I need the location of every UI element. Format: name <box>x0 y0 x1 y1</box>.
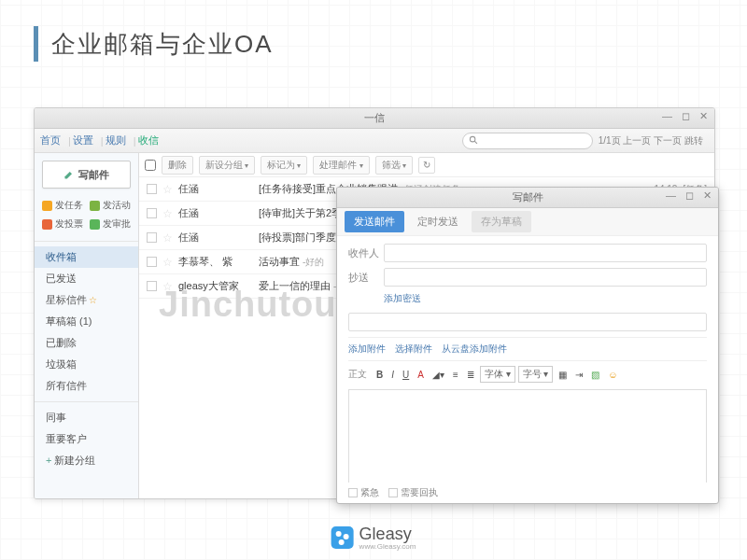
mail-sender: 李慕琴、 紫 <box>178 255 253 269</box>
star-icon[interactable]: ☆ <box>162 207 173 220</box>
tb-mark[interactable]: 标记为 <box>261 156 307 175</box>
mail-checkbox[interactable] <box>147 184 157 194</box>
mail-checkbox[interactable] <box>147 232 157 243</box>
megaphone-icon <box>90 201 100 211</box>
italic-button[interactable]: I <box>388 369 397 381</box>
folder-spam[interactable]: 垃圾箱 <box>35 354 138 375</box>
top-nav: 首页| 设置| 规则| 收信 1/1页 上一页 下一页 跳转 <box>35 129 714 153</box>
input-to[interactable] <box>384 244 707 262</box>
select-all-checkbox[interactable] <box>145 160 156 171</box>
title-accent-bar <box>34 26 38 62</box>
compose-label: 写邮件 <box>78 168 109 182</box>
window-title-text: 一信 <box>364 111 385 125</box>
mail-checkbox[interactable] <box>147 281 157 291</box>
attach-select[interactable]: 选择附件 <box>395 343 432 356</box>
input-subject[interactable] <box>348 313 707 331</box>
dlg-minimize-icon[interactable]: — <box>663 189 679 202</box>
dialog-title-text: 写邮件 <box>513 190 543 204</box>
attach-cloud[interactable]: 从云盘添加附件 <box>442 343 507 356</box>
add-bcc-link[interactable]: 添加密送 <box>384 292 707 305</box>
pencil-icon <box>63 169 75 180</box>
slide-title: 企业邮箱与企业OA <box>34 26 274 62</box>
receipt-checkbox[interactable]: 需要回执 <box>388 486 438 499</box>
search-input[interactable] <box>462 133 593 149</box>
minimize-icon[interactable]: — <box>659 110 675 122</box>
editor-label: 正文 <box>348 368 367 381</box>
editor-toolbar: 正文 B I U A ◢▾ ≡ ≣ 字体 ▾ 字号 ▾ ▦ ⇥ ▧ ☺ <box>348 361 707 387</box>
bgcolor-button[interactable]: ◢▾ <box>430 369 447 381</box>
folder-newgroup[interactable]: 新建分组 <box>35 450 138 471</box>
tool-approve[interactable]: 发审批 <box>90 217 132 231</box>
tb-group[interactable]: 新设分组 <box>199 156 255 175</box>
font-select[interactable]: 字体 ▾ <box>480 366 515 383</box>
search-icon <box>469 135 479 146</box>
compose-dialog: 写邮件 — ◻ ✕ 发送邮件 定时发送 存为草稿 收件人 抄送 添加密送 添加附… <box>336 187 719 504</box>
maximize-icon[interactable]: ◻ <box>679 110 693 122</box>
tool-vote[interactable]: 发投票 <box>42 217 84 231</box>
bold-button[interactable]: B <box>374 369 386 381</box>
urgent-checkbox[interactable]: 紧急 <box>348 486 379 499</box>
brand-url: www.Gleasy.com <box>359 542 416 551</box>
star-icon[interactable]: ☆ <box>162 231 173 245</box>
attach-add[interactable]: 添加附件 <box>348 343 386 356</box>
label-cc: 抄送 <box>348 271 384 285</box>
nav-home[interactable]: 首页 <box>40 133 61 147</box>
align-button[interactable]: ▦ <box>556 369 570 381</box>
folder-drafts[interactable]: 草稿箱 (1) <box>35 311 138 332</box>
folder-colleague[interactable]: 同事 <box>35 407 138 428</box>
list-ol-button[interactable]: ≣ <box>464 369 477 381</box>
clock-icon <box>42 201 52 211</box>
mail-sender: 任涵 <box>178 206 253 220</box>
svg-line-1 <box>474 141 477 144</box>
brand-footer: Gleasy www.Gleasy.com <box>331 525 416 551</box>
check-icon <box>90 219 100 230</box>
emoji-button[interactable]: ☺ <box>605 369 620 381</box>
color-button[interactable]: A <box>415 369 427 381</box>
nav-receive[interactable]: 收信 <box>138 133 159 147</box>
window-titlebar: 一信 — ◻ ✕ <box>35 108 714 129</box>
star-icon[interactable]: ☆ <box>162 256 173 269</box>
close-icon[interactable]: ✕ <box>697 110 711 122</box>
brand-name: Gleasy <box>359 525 412 543</box>
refresh-button[interactable]: ↻ <box>418 157 435 174</box>
dialog-titlebar: 写邮件 — ◻ ✕ <box>337 188 718 208</box>
size-select[interactable]: 字号 ▾ <box>518 366 554 383</box>
svg-point-0 <box>470 136 475 142</box>
folder-sent[interactable]: 已发送 <box>35 268 138 289</box>
tab-send[interactable]: 发送邮件 <box>345 211 404 232</box>
chart-icon <box>42 219 52 230</box>
mail-checkbox[interactable] <box>147 208 157 218</box>
list-ul-button[interactable]: ≡ <box>450 369 461 381</box>
dlg-close-icon[interactable]: ✕ <box>700 189 714 202</box>
star-icon[interactable]: ☆ <box>162 280 173 293</box>
tb-filter[interactable]: 筛选 <box>375 156 413 175</box>
mail-toolbar: 删除 新设分组 标记为 处理邮件 筛选 ↻ <box>139 153 714 177</box>
mail-sender: 任涵 <box>178 231 253 245</box>
tool-activity[interactable]: 发活动 <box>90 199 132 212</box>
nav-rules[interactable]: 规则 <box>106 133 126 147</box>
tb-process[interactable]: 处理邮件 <box>313 156 369 175</box>
dlg-maximize-icon[interactable]: ◻ <box>683 189 697 202</box>
input-cc[interactable] <box>384 268 707 287</box>
mail-checkbox[interactable] <box>147 257 157 267</box>
page-navigation[interactable]: 1/1页 上一页 下一页 跳转 <box>599 134 703 147</box>
folder-starred[interactable]: 星标信件 <box>35 289 138 311</box>
mail-sender: gleasy大管家 <box>178 279 253 293</box>
tab-draft[interactable]: 存为草稿 <box>472 211 531 232</box>
folder-inbox[interactable]: 收件箱 <box>35 246 138 268</box>
label-to: 收件人 <box>348 246 384 260</box>
folder-vip[interactable]: 重要客户 <box>35 428 138 450</box>
tab-timed[interactable]: 定时发送 <box>408 211 468 232</box>
slide-title-text: 企业邮箱与企业OA <box>51 28 274 61</box>
folder-deleted[interactable]: 已删除 <box>35 332 138 354</box>
compose-button[interactable]: 写邮件 <box>42 161 131 189</box>
editor-textarea[interactable] <box>348 389 707 483</box>
image-button[interactable]: ▧ <box>588 369 602 381</box>
folder-all[interactable]: 所有信件 <box>35 375 138 397</box>
indent-button[interactable]: ⇥ <box>572 369 585 381</box>
nav-settings[interactable]: 设置 <box>73 133 93 147</box>
tb-delete[interactable]: 删除 <box>162 156 193 175</box>
underline-button[interactable]: U <box>400 369 412 381</box>
star-icon[interactable]: ☆ <box>162 183 173 196</box>
tool-task[interactable]: 发任务 <box>42 199 84 212</box>
